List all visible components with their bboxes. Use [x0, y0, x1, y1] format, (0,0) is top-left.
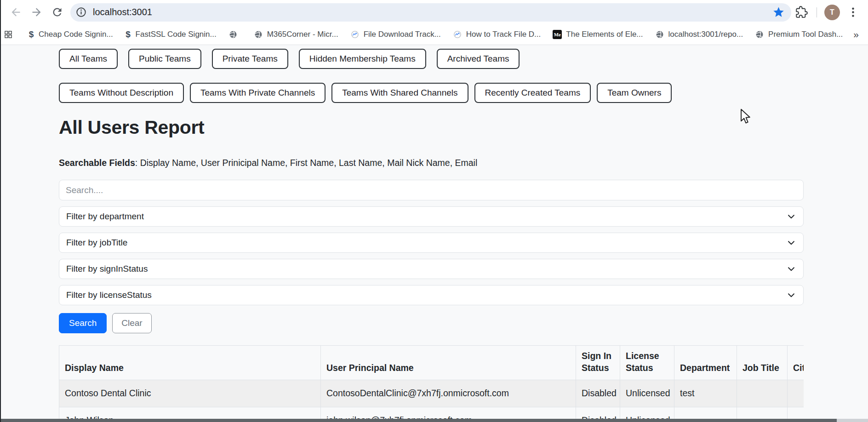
col-department: Department	[674, 346, 737, 380]
site-info-icon[interactable]	[75, 6, 87, 18]
filter-label: Filter by licenseStatus	[66, 290, 152, 300]
searchable-fields-line: Searchable Fields: Display Name, User Pr…	[59, 158, 868, 168]
team-tabs-row-2: Teams Without Description Teams With Pri…	[59, 83, 868, 103]
dollar-icon: $	[125, 29, 131, 40]
actions-row: Search Clear	[59, 313, 868, 333]
col-license-status: License Status	[620, 346, 674, 380]
cell-department: test	[674, 380, 737, 407]
bookmark-label: M365Corner - Micr...	[267, 30, 338, 39]
filter-licensestatus-dropdown[interactable]: Filter by licenseStatus	[59, 285, 804, 305]
dollar-icon: $	[28, 29, 34, 40]
bookmark-label: The Elements of Ele...	[566, 30, 643, 39]
bookmark-label: Cheap Code Signin...	[39, 30, 113, 39]
url-text[interactable]: localhost:3001	[93, 7, 152, 17]
bookmark-item[interactable]: $ Cheap Code Signin...	[28, 29, 113, 40]
cell-sign-in-status: Disabled	[576, 407, 620, 419]
chevron-down-icon	[786, 238, 796, 248]
chevron-down-icon	[786, 290, 796, 300]
forward-icon[interactable]	[30, 6, 43, 18]
back-icon[interactable]	[10, 6, 22, 18]
bookmark-item[interactable]: Premium Tool Dash...	[755, 30, 843, 39]
extensions-icon[interactable]	[795, 6, 808, 18]
profile-avatar[interactable]: T	[824, 5, 840, 20]
search-button[interactable]: Search	[59, 313, 107, 333]
chevron-down-icon	[786, 211, 796, 222]
col-city: Cit	[788, 346, 804, 380]
filter-jobtitle-dropdown[interactable]: Filter by jobTitle	[59, 233, 804, 253]
filter-label: Filter by department	[66, 211, 144, 222]
col-user-principal-name: User Principal Name	[321, 346, 576, 380]
apps-grid-icon[interactable]	[4, 30, 13, 39]
cell-license-status: Unlicensed	[620, 380, 674, 407]
tab-all-teams[interactable]: All Teams	[59, 49, 118, 69]
cell-display-name: John Wilson	[59, 407, 321, 419]
tab-archived-teams[interactable]: Archived Teams	[437, 49, 520, 69]
chart-icon	[350, 30, 360, 39]
tab-hidden-membership-teams[interactable]: Hidden Membership Teams	[299, 49, 426, 69]
tab-recently-created-teams[interactable]: Recently Created Teams	[474, 83, 591, 103]
bookmark-label: How to Track File D...	[466, 30, 541, 39]
col-job-title: Job Title	[737, 346, 788, 380]
cell-user-principal-name: ContosoDentalClinic@7xh7fj.onmicrosoft.c…	[321, 380, 576, 407]
tab-public-teams[interactable]: Public Teams	[128, 49, 201, 69]
globe-icon	[254, 30, 263, 39]
filter-label: Filter by signInStatus	[66, 264, 148, 274]
page-content: All Teams Public Teams Private Teams Hid…	[0, 45, 868, 419]
cell-city	[788, 380, 804, 407]
globe-icon	[655, 30, 664, 39]
cell-license-status: Unlicensed	[620, 407, 674, 419]
filter-signinstatus-dropdown[interactable]: Filter by signInStatus	[59, 259, 804, 279]
bookmark-item[interactable]: Me The Elements of Ele...	[553, 30, 643, 39]
filter-department-dropdown[interactable]: Filter by department	[59, 206, 804, 227]
bookmark-item[interactable]: localhost:3001/repo...	[655, 30, 743, 39]
bookmarks-bar: $ Cheap Code Signin... $ FastSSL Code Si…	[0, 24, 868, 45]
tab-private-teams[interactable]: Private Teams	[212, 49, 288, 69]
toolbar-divider	[817, 7, 817, 17]
search-input[interactable]	[59, 180, 804, 200]
cell-city	[788, 407, 804, 419]
cell-sign-in-status: Disabled	[576, 380, 620, 407]
col-display-name: Display Name	[59, 346, 321, 380]
bookmark-item[interactable]: M365Corner - Micr...	[254, 30, 338, 39]
bookmark-label: FastSSL Code Signin...	[136, 30, 217, 39]
bookmark-item[interactable]: How to Track File D...	[453, 30, 541, 39]
cell-user-principal-name: john.wilson@7xh7fj.onmicrosoft.com	[321, 407, 576, 419]
cell-job-title	[737, 380, 788, 407]
globe-icon	[228, 30, 238, 39]
menu-kebab-icon[interactable]	[847, 6, 859, 18]
chevron-down-icon	[786, 264, 796, 274]
browser-toolbar: localhost:3001 T	[0, 0, 868, 24]
bookmark-label: File Download Track...	[364, 30, 441, 39]
table-header-row: Display Name User Principal Name Sign In…	[59, 346, 804, 380]
clear-button[interactable]: Clear	[112, 313, 151, 333]
searchable-fields-value: : Display Name, User Prinicipal Name, Fi…	[135, 158, 477, 168]
table-row: John Wilson john.wilson@7xh7fj.onmicroso…	[59, 407, 804, 419]
bookmark-item[interactable]: $ FastSSL Code Signin...	[125, 29, 217, 40]
horizontal-scrollbar[interactable]	[0, 419, 868, 422]
cell-display-name: Contoso Dental Clinic	[59, 380, 321, 407]
table-row: Contoso Dental Clinic ContosoDentalClini…	[59, 380, 804, 407]
tab-teams-without-description[interactable]: Teams Without Description	[59, 83, 184, 103]
users-table: Display Name User Principal Name Sign In…	[59, 345, 804, 419]
tab-team-owners[interactable]: Team Owners	[597, 83, 672, 103]
address-bar[interactable]: localhost:3001	[70, 3, 791, 22]
medium-icon: Me	[553, 30, 562, 39]
filter-label: Filter by jobTitle	[66, 238, 127, 248]
bookmark-item[interactable]: File Download Track...	[350, 30, 441, 39]
page-title: All Users Report	[59, 117, 868, 138]
window-left-edge	[0, 0, 1, 422]
col-sign-in-status: Sign In Status	[576, 346, 620, 380]
users-table-wrap: Display Name User Principal Name Sign In…	[59, 345, 804, 419]
reload-icon[interactable]	[51, 6, 63, 18]
chart-icon	[453, 30, 462, 39]
searchable-fields-label: Searchable Fields	[59, 158, 135, 168]
bookmark-item[interactable]	[228, 30, 242, 39]
cell-department	[674, 407, 737, 419]
bookmark-star-icon[interactable]	[772, 6, 785, 18]
bookmarks-overflow-chevron[interactable]: »	[853, 29, 859, 40]
horizontal-scrollbar-thumb[interactable]	[0, 419, 837, 422]
tab-teams-with-shared-channels[interactable]: Teams With Shared Channels	[331, 83, 468, 103]
bookmark-label: Premium Tool Dash...	[768, 30, 843, 39]
tab-teams-with-private-channels[interactable]: Teams With Private Channels	[190, 83, 326, 103]
bookmark-label: localhost:3001/repo...	[668, 30, 743, 39]
